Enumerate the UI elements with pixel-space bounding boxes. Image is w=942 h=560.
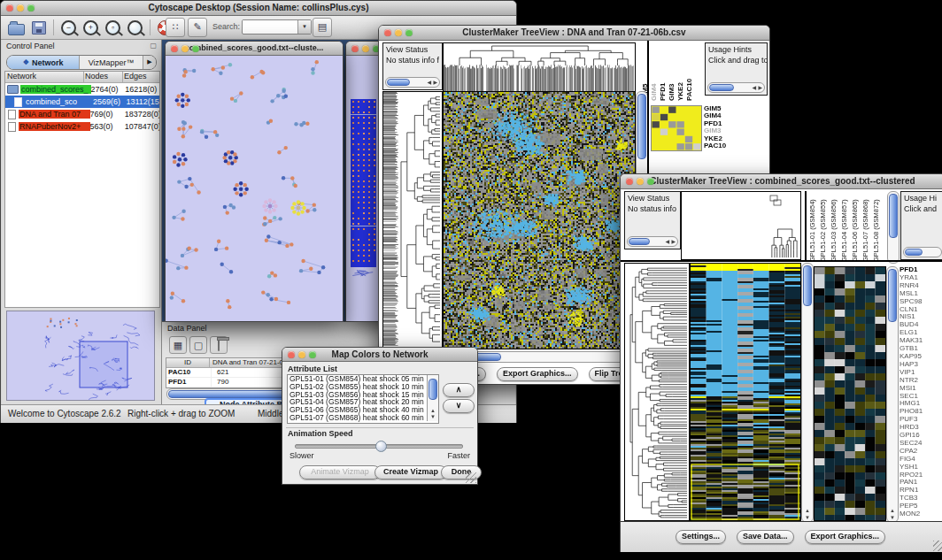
- tv1-status-hscrollbar[interactable]: ◀▶: [385, 77, 440, 88]
- tab-vizmapper[interactable]: VizMapper™: [79, 56, 143, 69]
- tv1-hints-hscrollbar[interactable]: ◀▶: [707, 82, 765, 93]
- search-input[interactable]: [243, 20, 297, 32]
- tv2-global-heatmap[interactable]: [690, 263, 801, 521]
- zoom-out-icon[interactable]: −: [61, 20, 76, 35]
- minimize-icon[interactable]: [181, 45, 189, 52]
- zoom-in-icon[interactable]: +: [83, 20, 98, 35]
- minimize-icon[interactable]: [298, 351, 305, 358]
- minimize-icon[interactable]: [395, 29, 402, 36]
- float-panel-icon[interactable]: ▢: [150, 42, 157, 50]
- attribute-list-vscrollbar[interactable]: ▲▼: [427, 375, 438, 421]
- tv1-usage-hints-panel: Usage Hints Click and drag to ◀▶: [705, 42, 768, 96]
- zoom-window-icon[interactable]: [405, 29, 413, 36]
- tv2-row-dendrogram[interactable]: [624, 263, 690, 521]
- resize-grip[interactable]: [933, 541, 942, 551]
- zoom-window-icon[interactable]: [647, 178, 654, 185]
- tab-network[interactable]: ❖ Network: [7, 56, 79, 69]
- save-session-icon[interactable]: [32, 21, 46, 35]
- slider-thumb[interactable]: [375, 441, 387, 452]
- zoom-fit-icon[interactable]: [127, 20, 143, 35]
- tv1-row-dendrogram[interactable]: [382, 91, 443, 349]
- minimize-icon[interactable]: [362, 45, 369, 52]
- treeview2-title-bar[interactable]: ClusterMaker TreeView : combined_scores_…: [621, 174, 942, 189]
- move-up-button[interactable]: ∧: [443, 383, 475, 397]
- dialog-title-bar[interactable]: Map Colors to Network: [282, 348, 477, 362]
- tab-overflow-arrow-icon[interactable]: ▶: [143, 56, 156, 69]
- close-icon[interactable]: [171, 45, 178, 52]
- attribute-item[interactable]: GPL51-03 (GSM856) heat shock 15 min: [288, 391, 427, 399]
- network-table-row[interactable]: RNAPuberNov2+563(0)107847(0): [5, 120, 159, 133]
- close-icon[interactable]: [384, 29, 391, 36]
- attribute-item[interactable]: GPL51-02 (GSM855) heat shock 10 min: [288, 383, 427, 391]
- network1-canvas[interactable]: [166, 56, 341, 320]
- close-icon[interactable]: [351, 45, 359, 52]
- desktop: Cytoscape Desktop (Session Name: collins…: [0, 0, 942, 560]
- zoom-selected-icon[interactable]: ▫: [105, 20, 120, 35]
- settings-button[interactable]: Settings...: [676, 530, 726, 544]
- tv2-zoom-vscrollbar[interactable]: ▲▼: [886, 266, 899, 523]
- tv1-column-dendrogram[interactable]: [443, 42, 636, 92]
- close-icon[interactable]: [626, 178, 633, 185]
- export-graphics-button[interactable]: Export Graphics...: [805, 530, 886, 544]
- attribute-item[interactable]: GPL51-04 (GSM857) heat shock 20 min: [288, 398, 427, 406]
- minimize-icon[interactable]: [637, 178, 644, 185]
- treeview1-title: ClusterMaker TreeView : DNA and Tran 07-…: [462, 27, 685, 37]
- tv2-collabel-vscrollbar[interactable]: [887, 191, 900, 264]
- tv2-status-hscrollbar[interactable]: ◀▶: [627, 236, 678, 247]
- tv2-column-dendrogram[interactable]: [681, 191, 801, 260]
- minimize-icon[interactable]: [17, 4, 24, 12]
- zoom-window-icon[interactable]: [192, 45, 199, 52]
- slower-label: Slower: [290, 451, 314, 460]
- network-overview-thumbnail[interactable]: [6, 311, 155, 401]
- zoom-window-icon[interactable]: [27, 4, 35, 12]
- network-edges: 13112(15): [127, 97, 160, 106]
- network-table-row[interactable]: combined_sco2569(6)13112(15): [5, 96, 159, 108]
- attribute-list-label: Attribute List: [288, 364, 337, 373]
- move-down-button[interactable]: ∨: [443, 399, 475, 413]
- tv2-usage-hints-text: Click and: [901, 203, 942, 213]
- animation-speed-slider[interactable]: [295, 444, 463, 449]
- network-table-row[interactable]: DNA and Tran 07769(0)183728(0): [5, 108, 159, 120]
- open-session-icon[interactable]: [8, 24, 25, 35]
- create-vizmap-button[interactable]: Create Vizmap: [374, 465, 447, 479]
- resize-grip[interactable]: [466, 472, 476, 483]
- attribute-item[interactable]: GPL51-07 (GSM868) heat shock 60 min: [288, 414, 427, 422]
- network-table-row[interactable]: combined_scores_2764(0)16218(0): [5, 83, 159, 96]
- chevron-down-icon[interactable]: ▼: [297, 20, 311, 34]
- tv2-column-label: GPL51-07 (GSM868): [861, 193, 871, 262]
- attribute-browser-icon[interactable]: ▤: [313, 18, 332, 37]
- window-controls: [6, 4, 35, 12]
- tv1-zoom-heatmap[interactable]: [651, 105, 702, 151]
- tv1-column-label: GIM3: [668, 44, 676, 101]
- attribute-listbox[interactable]: GPL51-01 (GSM854) heat shock 05 minGPL51…: [287, 374, 439, 424]
- tv2-zoom-heatmap[interactable]: [814, 266, 886, 521]
- network-table: Network Nodes Edges combined_scores_2764…: [4, 71, 160, 308]
- export-graphics-button[interactable]: Export Graphics...: [497, 367, 578, 381]
- attribute-item[interactable]: GPL51-01 (GSM854) heat shock 05 min: [288, 375, 427, 383]
- table-mode-icon[interactable]: ▦: [169, 336, 187, 354]
- close-icon[interactable]: [6, 4, 13, 12]
- file-icon: [8, 110, 16, 119]
- tv2-hints-hscrollbar[interactable]: [903, 247, 942, 257]
- vizmapper-icon[interactable]: ∷: [166, 18, 185, 37]
- tv2-global-vscrollbar[interactable]: ▲▼: [801, 263, 814, 523]
- delete-attribute-icon[interactable]: [210, 336, 228, 354]
- new-attribute-icon[interactable]: ▢: [189, 336, 207, 354]
- attribute-item[interactable]: GPL51-06 (GSM865) heat shock 40 min: [288, 406, 427, 414]
- edit-network-icon[interactable]: ✎: [188, 18, 207, 37]
- treeview2-title: ClusterMaker TreeView : combined_scores_…: [650, 176, 915, 186]
- zoom-window-icon[interactable]: [309, 351, 316, 358]
- main-title-bar[interactable]: Cytoscape Desktop (Session Name: collins…: [1, 1, 516, 16]
- folder-icon: [7, 85, 19, 94]
- close-icon[interactable]: [288, 351, 295, 358]
- tv2-column-label: GPL51-04 (GSM857): [840, 193, 850, 262]
- network1-title-bar[interactable]: combined_scores_good.txt--cluste...: [166, 42, 343, 56]
- save-data-button[interactable]: Save Data...: [737, 530, 794, 544]
- search-combo[interactable]: ▼: [242, 19, 312, 35]
- treeview1-title-bar[interactable]: ClusterMaker TreeView : DNA and Tran 07-…: [379, 26, 769, 41]
- animate-vizmap-button[interactable]: Animate Vizmap: [299, 465, 381, 479]
- tv1-global-heatmap[interactable]: [443, 91, 636, 349]
- control-panel-header: Control Panel ▢: [2, 40, 161, 54]
- dialog-title: Map Colors to Network: [332, 349, 429, 359]
- toolbar-separator: [150, 19, 151, 35]
